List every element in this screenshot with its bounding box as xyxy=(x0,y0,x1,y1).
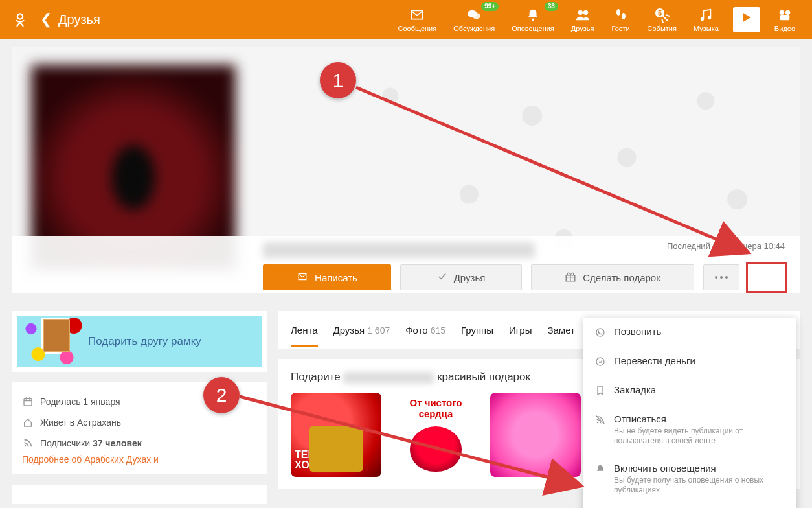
svg-point-10 xyxy=(701,17,705,20)
rss-off-icon xyxy=(594,414,606,426)
tab-feed[interactable]: Лента xyxy=(291,313,318,347)
tab-notes[interactable]: Замет xyxy=(547,313,574,347)
gift-frame-banner[interactable]: Подарить другу рамку xyxy=(17,316,262,367)
gift-frame-link[interactable]: Подарить другу рамку xyxy=(88,335,201,348)
more-about-link[interactable]: Подробнее об Арабских Духах и xyxy=(22,454,159,465)
svg-point-13 xyxy=(785,10,790,14)
nav-guests[interactable]: Гости xyxy=(611,7,631,32)
music-note-icon xyxy=(696,7,716,23)
chevron-left-icon: ❮ xyxy=(40,11,52,28)
svg-text:₽: ₽ xyxy=(599,359,602,365)
nav-items: Сообщения 99+ Обсуждения 33 Оповещения Д… xyxy=(398,7,800,32)
svg-point-2 xyxy=(472,13,480,19)
tab-groups[interactable]: Группы xyxy=(461,313,493,347)
empty-card xyxy=(12,485,267,504)
gift-icon xyxy=(565,271,576,284)
gift-item-3[interactable] xyxy=(490,393,581,477)
svg-point-5 xyxy=(583,10,588,14)
svg-point-7 xyxy=(622,13,626,19)
bell-icon xyxy=(523,7,543,23)
annotation-circle-2: 2 xyxy=(203,377,240,413)
more-actions-menu: Позвонить ₽ Перевести деньги Закладка От… xyxy=(583,318,796,508)
profile-username xyxy=(263,242,535,258)
nav-discussions[interactable]: 99+ Обсуждения xyxy=(453,7,495,32)
more-actions-button[interactable] xyxy=(703,264,739,290)
house-icon xyxy=(22,417,34,428)
menu-unfollow[interactable]: ОтписатьсяВы не будете видеть публикации… xyxy=(583,405,796,454)
top-nav: ❮ Друзья Сообщения 99+ Обсуждения 33 Опо… xyxy=(0,0,812,39)
tab-photos[interactable]: Фото615 xyxy=(405,313,445,347)
svg-point-11 xyxy=(708,16,712,19)
calendar-icon xyxy=(22,396,34,408)
menu-complain[interactable]: Пожаловаться xyxy=(583,503,796,508)
people-icon xyxy=(573,7,592,23)
write-message-button[interactable]: Написать xyxy=(263,264,391,290)
last-visit-label: Последний визит: вчера 10:44 xyxy=(667,241,785,251)
ruble-icon: ₽ xyxy=(594,356,606,367)
make-gift-button[interactable]: Сделать подарок xyxy=(531,264,694,290)
menu-send-money[interactable]: ₽ Перевести деньги xyxy=(583,347,796,376)
footprints-icon xyxy=(611,7,631,23)
svg-text:5: 5 xyxy=(658,9,662,17)
friends-status-button[interactable]: Друзья xyxy=(400,264,522,290)
svg-point-21 xyxy=(597,422,599,424)
profile-header-strip: Последний визит: вчера 10:44 Написать Др… xyxy=(12,236,800,293)
ellipsis-icon xyxy=(715,276,728,279)
gift-item-2[interactable]: От чистого сердца xyxy=(390,393,481,477)
svg-point-18 xyxy=(596,329,604,336)
svg-point-0 xyxy=(17,14,23,19)
check-icon xyxy=(437,272,447,283)
menu-bookmark[interactable]: Закладка xyxy=(583,376,796,405)
bookmark-icon xyxy=(594,385,606,397)
envelope-icon xyxy=(297,272,308,283)
annotation-circle-1: 1 xyxy=(320,62,356,98)
svg-point-17 xyxy=(25,445,27,447)
nav-friends[interactable]: Друзья xyxy=(571,7,594,32)
chat-bubbles-icon xyxy=(464,7,484,23)
svg-point-3 xyxy=(532,18,534,21)
svg-rect-16 xyxy=(24,398,32,406)
nav-events[interactable]: 5 События xyxy=(648,7,677,32)
svg-point-6 xyxy=(616,9,620,16)
info-subscribers: Подписчики 37 человек xyxy=(22,433,257,454)
menu-call[interactable]: Позвонить xyxy=(583,318,796,347)
bell-icon xyxy=(594,463,606,475)
profile-cover: Последний визит: вчера 10:44 Написать Др… xyxy=(12,47,800,293)
frame-decoration-icon xyxy=(17,310,88,373)
envelope-icon xyxy=(407,7,427,23)
phone-icon xyxy=(594,327,606,338)
rss-icon xyxy=(22,437,34,449)
video-camera-icon xyxy=(775,7,795,23)
badge: 33 xyxy=(545,2,558,11)
info-location: Живет в Астрахань xyxy=(22,412,257,433)
play-icon xyxy=(737,10,756,25)
back-label: Друзья xyxy=(58,12,100,27)
tab-games[interactable]: Игры xyxy=(509,313,532,347)
gift-item-1[interactable]: ТЕБЕ, МОЯ ХОРОШАЯ! xyxy=(291,393,381,477)
tab-friends[interactable]: Друзья1 607 xyxy=(333,313,390,347)
nav-music[interactable]: Музыка xyxy=(694,7,719,32)
ok-logo-icon[interactable] xyxy=(12,11,28,28)
menu-enable-notifications[interactable]: Включить оповещенияВы будете получать оп… xyxy=(583,454,796,503)
svg-point-4 xyxy=(578,10,582,14)
badge: 99+ xyxy=(481,2,499,11)
back-button[interactable]: ❮ Друзья xyxy=(40,11,100,28)
star-burst-icon: 5 xyxy=(652,7,671,23)
svg-point-12 xyxy=(780,10,784,14)
gift-frame-promo-card: Подарить другу рамку xyxy=(12,311,267,372)
svg-rect-14 xyxy=(780,15,790,20)
nav-notifications[interactable]: 33 Оповещения xyxy=(512,7,554,32)
nav-player[interactable] xyxy=(733,7,760,32)
nav-messages[interactable]: Сообщения xyxy=(398,7,436,32)
nav-video[interactable]: Видео xyxy=(774,7,795,32)
